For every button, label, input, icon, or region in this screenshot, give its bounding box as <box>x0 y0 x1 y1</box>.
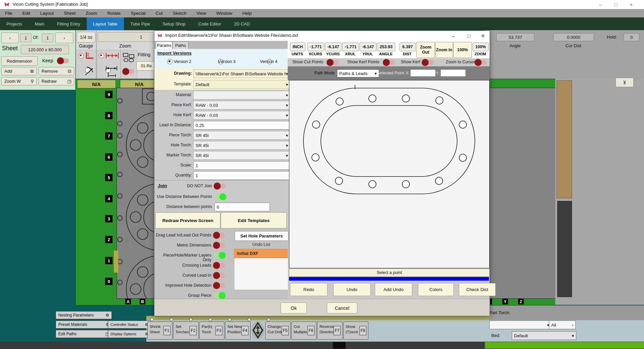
reverse-direction-button[interactable]: ReverseDirection F7 <box>317 322 343 340</box>
version3-label[interactable]: Version 3 <box>218 59 235 64</box>
add-undo-button[interactable]: Add Undo <box>375 283 412 296</box>
check-dist-button[interactable]: Check Dist <box>459 283 496 296</box>
show-kerf-points-toggle[interactable] <box>383 60 395 65</box>
park-torch-button[interactable]: Par(k)Torch F3 <box>199 322 224 340</box>
tab-projects[interactable]: Projects <box>0 17 28 30</box>
menu-zoom[interactable]: Zoom <box>81 9 102 17</box>
drawing-select[interactable]: \\fileserver\k1\For Shawn B\Software Web… <box>193 69 290 78</box>
tab-paths[interactable]: Paths <box>172 42 189 49</box>
piece-kerf-select[interactable]: RAW - 0.03 ▾ <box>193 101 290 110</box>
shrink-sheet-button[interactable]: ShrinkSheet F1 <box>147 322 172 340</box>
sheet-number-field[interactable]: 1 <box>20 33 31 42</box>
edit-paths-button[interactable]: Edit Paths◳ <box>56 330 112 338</box>
torch-all-button[interactable]: All› <box>549 321 576 329</box>
dxf-preview-canvas[interactable] <box>289 80 490 268</box>
edit-templates-button[interactable]: Edit Templates <box>221 212 287 229</box>
material-select[interactable]: ▾ <box>193 91 290 99</box>
tab-2d-cad[interactable]: 2D CAD <box>227 17 256 30</box>
menu-window[interactable]: Window <box>211 9 237 17</box>
piece-torch-select[interactable]: SR 45i ▾ <box>193 131 290 140</box>
ok-button[interactable]: Ok <box>281 302 307 313</box>
next-sheet-button[interactable]: › <box>55 32 73 43</box>
distance-between-points-input[interactable]: 0 <box>214 203 270 211</box>
menu-sketch[interactable]: Sketch <box>167 9 191 17</box>
marker-torch-select[interactable]: SR 45i ▾ <box>193 151 290 160</box>
colors-button[interactable]: Colors <box>418 283 454 296</box>
tab-setup-shop[interactable]: Setup Shop <box>156 17 192 30</box>
keep-toggle[interactable] <box>58 58 69 63</box>
show-kerf-toggle[interactable] <box>422 60 434 65</box>
display-options-button[interactable]: Display Options⚙ <box>108 330 151 338</box>
cancel-button[interactable]: Cancel <box>327 302 357 313</box>
version4-label[interactable]: Version 4 <box>260 59 277 64</box>
set-new-position-button[interactable]: Set NewPosition F4 <box>225 322 251 340</box>
menu-cut[interactable]: Cut <box>150 9 167 17</box>
group-piece-toggle[interactable] <box>214 293 225 298</box>
dialog-maximize-button[interactable]: □ <box>462 31 476 40</box>
use-distance-toggle[interactable] <box>214 194 226 199</box>
crossing-leads-toggle[interactable] <box>214 263 225 268</box>
show-torch-button[interactable]: Show(T)orch F8 <box>343 322 368 340</box>
metric-dimensions-toggle[interactable] <box>214 243 225 248</box>
lead-in-distance-input[interactable]: 0.25 <box>193 121 290 130</box>
fitting-select[interactable]: 01-Re <box>136 61 156 71</box>
sheet-total-field[interactable]: 1 <box>42 33 53 42</box>
redo-button[interactable]: Redo <box>290 283 328 296</box>
zoom-in-button[interactable]: Zoom In <box>435 42 453 58</box>
dimension-mode-radio[interactable] <box>99 53 104 58</box>
undo-list-item-initial-dxf[interactable]: Initial DXF <box>234 249 288 258</box>
sheet-size-field[interactable]: 120.000 x 60.000 <box>21 45 69 54</box>
tab-tube-pipe[interactable]: Tube Pipe <box>124 17 156 30</box>
change-cut-order-button[interactable]: ChangeCut Order F5 <box>265 322 291 340</box>
menu-sheet[interactable]: Sheet <box>59 9 81 17</box>
ruler-mode-radio[interactable] <box>78 53 84 58</box>
version2-radio[interactable] <box>167 59 172 64</box>
selected-point-y-input[interactable] <box>440 69 466 77</box>
tab-layout-table[interactable]: Layout Table <box>87 17 124 30</box>
undo-button[interactable]: Undo <box>333 283 371 296</box>
tab-fitting-entry[interactable]: Fitting Entry <box>51 17 86 30</box>
curved-lead-in-toggle[interactable] <box>214 273 225 278</box>
zoom-out-button[interactable]: Zoom Out <box>416 42 435 58</box>
part-torch-select[interactable]: ▾ <box>489 321 552 329</box>
cut-multiple-button[interactable]: CutMultiple F6 <box>291 322 316 340</box>
menu-rotate[interactable]: Rotate <box>102 9 126 17</box>
menu-special[interactable]: Special <box>126 9 150 17</box>
template-select[interactable]: Default ▾ <box>193 80 290 89</box>
minimize-button[interactable]: – <box>593 0 608 9</box>
redraw-preview-button[interactable]: Redraw Preview Screen <box>155 212 220 229</box>
units-readout[interactable]: INCH <box>290 43 305 51</box>
dialog-titlebar[interactable]: Import Edit\\fileserver\k1\For Shawn B\S… <box>154 31 490 41</box>
tab-main[interactable]: Main <box>28 17 51 30</box>
close-button[interactable]: × <box>624 0 639 9</box>
improved-hole-detection-toggle[interactable] <box>214 283 225 288</box>
add-sheet-button[interactable]: Add <box>4 69 12 74</box>
dock-panel-button[interactable]: ⊻ <box>616 78 634 87</box>
set-hole-parameters-button[interactable]: Set Hole Parameters <box>235 231 288 241</box>
remove-sheet-button[interactable]: Remove <box>42 69 58 74</box>
jog-diamond-icon[interactable] <box>251 321 265 340</box>
dialog-minimize-button[interactable]: – <box>446 31 460 40</box>
tab-params[interactable]: Params <box>156 42 172 49</box>
redimension-button[interactable]: Redimension <box>1 56 38 66</box>
set-torches-button[interactable]: SetTorches F2 <box>173 322 199 340</box>
menu-view[interactable]: View <box>192 9 211 17</box>
menu-file[interactable]: File <box>0 9 17 17</box>
dialog-close-button[interactable]: × <box>477 31 489 40</box>
prev-sheet-button[interactable]: ‹ <box>1 32 19 43</box>
gauge-value-button[interactable]: 1/4 ss <box>77 32 95 43</box>
path-mode-select[interactable]: Paths & Leads ▾ <box>337 69 379 77</box>
quantity-input[interactable]: 1 <box>193 171 290 180</box>
bed-select[interactable]: Default▾ <box>512 331 576 340</box>
menu-edit[interactable]: Edit <box>17 9 35 17</box>
preset-materials-button[interactable]: Preset Materials⚙ <box>56 321 112 329</box>
redraw-button[interactable]: Redraw <box>42 79 57 84</box>
version2-label[interactable]: Version 2 <box>174 59 191 64</box>
zoom-window-button[interactable]: Zoom W <box>4 79 21 84</box>
menu-layout[interactable]: Layout <box>35 9 59 17</box>
show-cut-points-toggle[interactable] <box>327 60 339 65</box>
scale-input[interactable]: 1 <box>193 161 290 170</box>
tab-code-editor[interactable]: Code Editor <box>192 17 228 30</box>
selected-point-x-input[interactable] <box>410 69 436 77</box>
hold-value-field[interactable]: 0 <box>624 33 639 41</box>
